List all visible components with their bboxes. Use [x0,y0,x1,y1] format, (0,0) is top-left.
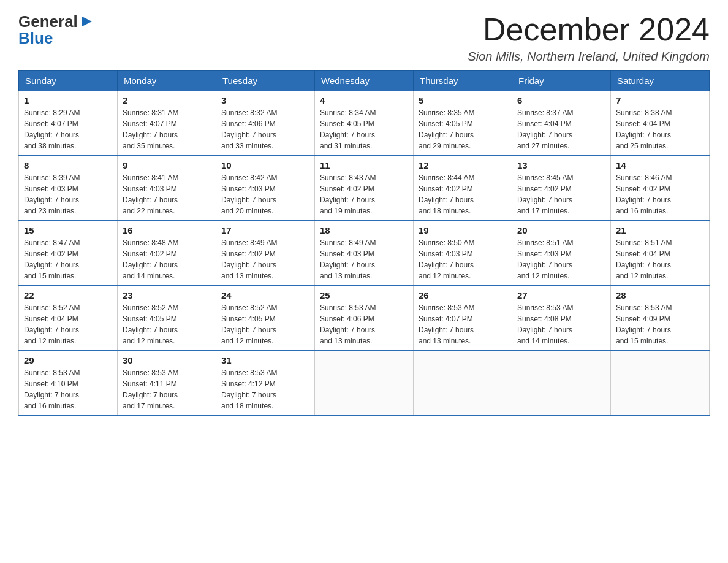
day-info-14: Sunrise: 8:46 AM Sunset: 4:02 PM Dayligh… [616,172,704,216]
day-cell-4: 4 Sunrise: 8:34 AM Sunset: 4:05 PM Dayli… [315,91,414,156]
day-cell-26: 26 Sunrise: 8:53 AM Sunset: 4:07 PM Dayl… [414,286,512,351]
day-number-20: 20 [517,225,605,236]
logo-arrow-icon [80,15,93,31]
day-cell-30: 30 Sunrise: 8:53 AM Sunset: 4:11 PM Dayl… [118,351,216,416]
logo: General Blue [18,12,93,48]
calendar-header-row: Sunday Monday Tuesday Wednesday Thursday… [19,71,710,91]
day-info-5: Sunrise: 8:35 AM Sunset: 4:05 PM Dayligh… [419,107,507,151]
day-cell-22: 22 Sunrise: 8:52 AM Sunset: 4:04 PM Dayl… [19,286,118,351]
page-header: General Blue December 2024 Sion Mills, N… [18,12,710,64]
day-number-9: 9 [123,160,211,170]
day-number-8: 8 [24,160,112,170]
day-cell-23: 23 Sunrise: 8:52 AM Sunset: 4:05 PM Dayl… [118,286,216,351]
day-info-27: Sunrise: 8:53 AM Sunset: 4:08 PM Dayligh… [517,302,605,347]
day-number-1: 1 [24,95,112,105]
day-number-28: 28 [616,290,704,301]
week-row-2: 8 Sunrise: 8:39 AM Sunset: 4:03 PM Dayli… [19,156,710,221]
day-info-8: Sunrise: 8:39 AM Sunset: 4:03 PM Dayligh… [24,172,112,216]
day-info-9: Sunrise: 8:41 AM Sunset: 4:03 PM Dayligh… [123,172,211,216]
day-cell-6: 6 Sunrise: 8:37 AM Sunset: 4:04 PM Dayli… [512,91,611,156]
day-number-13: 13 [517,160,605,170]
day-number-19: 19 [419,225,507,236]
col-thursday: Thursday [414,71,512,91]
day-cell-1: 1 Sunrise: 8:29 AM Sunset: 4:07 PM Dayli… [19,91,118,156]
day-cell-25: 25 Sunrise: 8:53 AM Sunset: 4:06 PM Dayl… [315,286,414,351]
day-info-13: Sunrise: 8:45 AM Sunset: 4:02 PM Dayligh… [517,172,605,216]
day-number-12: 12 [419,160,507,170]
title-block: December 2024 Sion Mills, Northern Irela… [468,12,710,64]
day-info-1: Sunrise: 8:29 AM Sunset: 4:07 PM Dayligh… [24,107,112,151]
day-info-29: Sunrise: 8:53 AM Sunset: 4:10 PM Dayligh… [24,367,112,412]
day-number-15: 15 [24,225,112,236]
col-sunday: Sunday [19,71,118,91]
day-number-31: 31 [221,355,309,366]
day-cell-14: 14 Sunrise: 8:46 AM Sunset: 4:02 PM Dayl… [611,156,710,221]
calendar-table: Sunday Monday Tuesday Wednesday Thursday… [18,70,710,416]
day-info-28: Sunrise: 8:53 AM Sunset: 4:09 PM Dayligh… [616,302,704,347]
day-number-7: 7 [616,95,704,105]
day-info-3: Sunrise: 8:32 AM Sunset: 4:06 PM Dayligh… [221,107,309,151]
day-info-31: Sunrise: 8:53 AM Sunset: 4:12 PM Dayligh… [221,367,309,412]
day-number-23: 23 [123,290,211,301]
day-cell-3: 3 Sunrise: 8:32 AM Sunset: 4:06 PM Dayli… [216,91,315,156]
day-number-11: 11 [320,160,408,170]
day-info-25: Sunrise: 8:53 AM Sunset: 4:06 PM Dayligh… [320,302,408,347]
day-info-15: Sunrise: 8:47 AM Sunset: 4:02 PM Dayligh… [24,237,112,282]
day-cell-31: 31 Sunrise: 8:53 AM Sunset: 4:12 PM Dayl… [216,351,315,416]
logo-blue-text: Blue [18,29,53,48]
day-info-26: Sunrise: 8:53 AM Sunset: 4:07 PM Dayligh… [419,302,507,347]
day-info-16: Sunrise: 8:48 AM Sunset: 4:02 PM Dayligh… [123,237,211,282]
day-cell-13: 13 Sunrise: 8:45 AM Sunset: 4:02 PM Dayl… [512,156,611,221]
day-number-2: 2 [123,95,211,105]
day-cell-21: 21 Sunrise: 8:51 AM Sunset: 4:04 PM Dayl… [611,221,710,286]
day-number-26: 26 [419,290,507,301]
day-number-10: 10 [221,160,309,170]
day-info-22: Sunrise: 8:52 AM Sunset: 4:04 PM Dayligh… [24,302,112,347]
day-cell-11: 11 Sunrise: 8:43 AM Sunset: 4:02 PM Dayl… [315,156,414,221]
day-cell-20: 20 Sunrise: 8:51 AM Sunset: 4:03 PM Dayl… [512,221,611,286]
day-cell-15: 15 Sunrise: 8:47 AM Sunset: 4:02 PM Dayl… [19,221,118,286]
empty-cell-w5-d7 [611,351,710,416]
day-cell-16: 16 Sunrise: 8:48 AM Sunset: 4:02 PM Dayl… [118,221,216,286]
day-number-17: 17 [221,225,309,236]
day-number-3: 3 [221,95,309,105]
day-cell-29: 29 Sunrise: 8:53 AM Sunset: 4:10 PM Dayl… [19,351,118,416]
day-info-30: Sunrise: 8:53 AM Sunset: 4:11 PM Dayligh… [123,367,211,412]
day-cell-7: 7 Sunrise: 8:38 AM Sunset: 4:04 PM Dayli… [611,91,710,156]
day-info-19: Sunrise: 8:50 AM Sunset: 4:03 PM Dayligh… [419,237,507,282]
day-info-10: Sunrise: 8:42 AM Sunset: 4:03 PM Dayligh… [221,172,309,216]
day-cell-18: 18 Sunrise: 8:49 AM Sunset: 4:03 PM Dayl… [315,221,414,286]
day-cell-17: 17 Sunrise: 8:49 AM Sunset: 4:02 PM Dayl… [216,221,315,286]
day-cell-24: 24 Sunrise: 8:52 AM Sunset: 4:05 PM Dayl… [216,286,315,351]
location-text: Sion Mills, Northern Ireland, United Kin… [468,50,710,64]
empty-cell-w5-d4 [315,351,414,416]
col-friday: Friday [512,71,611,91]
empty-cell-w5-d5 [414,351,512,416]
day-cell-5: 5 Sunrise: 8:35 AM Sunset: 4:05 PM Dayli… [414,91,512,156]
day-cell-8: 8 Sunrise: 8:39 AM Sunset: 4:03 PM Dayli… [19,156,118,221]
day-cell-10: 10 Sunrise: 8:42 AM Sunset: 4:03 PM Dayl… [216,156,315,221]
week-row-1: 1 Sunrise: 8:29 AM Sunset: 4:07 PM Dayli… [19,91,710,156]
day-number-5: 5 [419,95,507,105]
day-number-6: 6 [517,95,605,105]
day-info-18: Sunrise: 8:49 AM Sunset: 4:03 PM Dayligh… [320,237,408,282]
day-info-4: Sunrise: 8:34 AM Sunset: 4:05 PM Dayligh… [320,107,408,151]
day-cell-27: 27 Sunrise: 8:53 AM Sunset: 4:08 PM Dayl… [512,286,611,351]
month-title: December 2024 [468,12,710,47]
col-monday: Monday [118,71,216,91]
day-info-21: Sunrise: 8:51 AM Sunset: 4:04 PM Dayligh… [616,237,704,282]
day-number-27: 27 [517,290,605,301]
day-number-22: 22 [24,290,112,301]
empty-cell-w5-d6 [512,351,611,416]
day-info-12: Sunrise: 8:44 AM Sunset: 4:02 PM Dayligh… [419,172,507,216]
day-cell-28: 28 Sunrise: 8:53 AM Sunset: 4:09 PM Dayl… [611,286,710,351]
day-info-6: Sunrise: 8:37 AM Sunset: 4:04 PM Dayligh… [517,107,605,151]
day-number-21: 21 [616,225,704,236]
day-number-30: 30 [123,355,211,366]
day-number-29: 29 [24,355,112,366]
day-info-23: Sunrise: 8:52 AM Sunset: 4:05 PM Dayligh… [123,302,211,347]
svg-marker-0 [82,17,92,26]
day-cell-19: 19 Sunrise: 8:50 AM Sunset: 4:03 PM Dayl… [414,221,512,286]
col-saturday: Saturday [611,71,710,91]
day-number-16: 16 [123,225,211,236]
